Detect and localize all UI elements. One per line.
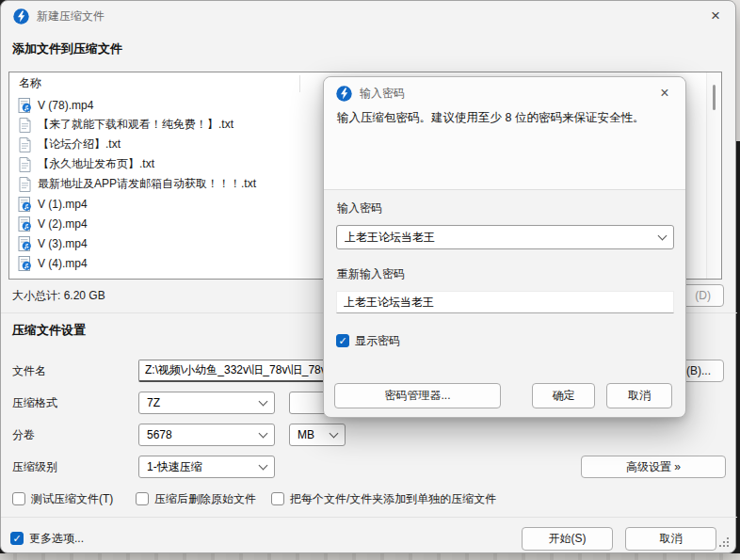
checkbox-more-options[interactable]: 更多选项... bbox=[10, 531, 84, 546]
resize-grip[interactable] bbox=[719, 537, 730, 548]
file-name: V (1).mp4 bbox=[38, 198, 88, 211]
titlebar: 新建压缩文件 × bbox=[1, 1, 735, 31]
checkbox-icon bbox=[12, 492, 25, 505]
advanced-settings-button[interactable]: 高级设置 » bbox=[581, 456, 726, 478]
checkbox-icon bbox=[136, 492, 149, 505]
volume-label: 分卷 bbox=[12, 424, 35, 446]
text-file-icon bbox=[18, 118, 32, 133]
checkbox-label: 显示密码 bbox=[355, 333, 400, 349]
checkbox-show-password[interactable]: 显示密码 bbox=[336, 333, 400, 348]
filename-label: 文件名 bbox=[12, 360, 46, 382]
level-combo[interactable]: 1-快速压缩 bbox=[138, 456, 275, 478]
checkbox-icon bbox=[271, 492, 284, 505]
text-file-icon bbox=[18, 157, 32, 172]
file-name: 【来了就能下载和观看！纯免费！】.txt bbox=[38, 117, 233, 133]
dialog-body-text: 输入压缩包密码。建议使用至少 8 位的密码来保证安全性。 bbox=[337, 109, 668, 126]
file-name: 【论坛介绍】.txt bbox=[38, 136, 121, 152]
chevron-down-icon bbox=[330, 428, 339, 438]
file-name: 最新地址及APP请发邮箱自动获取！！！.txt bbox=[38, 176, 256, 192]
checkbox-delete-after[interactable]: 压缩后删除原始文件 bbox=[136, 491, 256, 506]
cancel-button[interactable]: 取消 bbox=[625, 527, 716, 551]
file-name: 【永久地址发布页】.txt bbox=[38, 156, 154, 172]
chevron-down-icon bbox=[259, 460, 268, 470]
level-row: 压缩级别 1-快速压缩 高级设置 » bbox=[1, 456, 737, 478]
file-name: V (2).mp4 bbox=[38, 217, 88, 231]
chevron-down-icon bbox=[658, 231, 668, 240]
password-manager-button[interactable]: 密码管理器... bbox=[334, 383, 501, 408]
checkbox-checked-icon bbox=[10, 532, 24, 545]
media-file-icon bbox=[18, 216, 32, 232]
bandizip-logo-icon bbox=[336, 86, 352, 102]
media-file-icon bbox=[18, 98, 32, 113]
volume-size-combo[interactable]: 5678 bbox=[138, 424, 275, 446]
format-label: 压缩格式 bbox=[12, 392, 57, 414]
volume-unit-value: MB bbox=[298, 428, 330, 441]
bandizip-logo-icon bbox=[13, 8, 29, 24]
desktop-sliver-bottom bbox=[0, 553, 740, 560]
password-value: 上老王论坛当老王 bbox=[345, 230, 659, 246]
total-size-label: 大小总计: 6.20 GB bbox=[12, 288, 105, 304]
checkbox-label: 更多选项... bbox=[29, 531, 84, 547]
password-combo[interactable]: 上老王论坛当老王 bbox=[336, 225, 674, 249]
checkbox-label: 把每个文件/文件夹添加到单独的压缩文件 bbox=[290, 491, 496, 507]
password-label: 输入密码 bbox=[337, 200, 382, 216]
format-combo[interactable]: 7Z bbox=[138, 392, 275, 414]
section-add-files-header: 添加文件到压缩文件 bbox=[12, 40, 122, 57]
level-label: 压缩级别 bbox=[12, 456, 57, 478]
media-file-icon bbox=[18, 236, 32, 251]
dialog-close-icon[interactable]: × bbox=[651, 81, 679, 105]
media-file-icon bbox=[18, 197, 32, 212]
checkbox-test-archive[interactable]: 测试压缩文件(T) bbox=[12, 491, 113, 506]
volume-size-value: 5678 bbox=[147, 428, 260, 441]
new-archive-window: 新建压缩文件 × 添加文件到压缩文件 名称 V (78).mp4 【来了就能下载… bbox=[0, 0, 736, 553]
password-dialog: 输入密码 × 输入压缩包密码。建议使用至少 8 位的密码来保证安全性。 输入密码… bbox=[323, 76, 686, 418]
section-settings-header: 压缩文件设置 bbox=[12, 322, 86, 339]
volume-unit-combo[interactable]: MB bbox=[289, 424, 346, 446]
chevron-down-icon bbox=[259, 428, 268, 438]
format-value: 7Z bbox=[147, 396, 260, 409]
column-divider bbox=[299, 75, 300, 92]
close-icon[interactable]: × bbox=[700, 4, 731, 28]
dialog-cancel-button[interactable]: 取消 bbox=[606, 383, 672, 408]
confirm-password-input[interactable] bbox=[336, 291, 674, 313]
list-scrollbar[interactable] bbox=[706, 72, 721, 279]
dialog-title: 输入密码 bbox=[360, 77, 405, 109]
ok-button[interactable]: 确定 bbox=[532, 383, 595, 408]
scrollbar-thumb[interactable] bbox=[713, 85, 716, 110]
level-value: 1-快速压缩 bbox=[147, 459, 260, 475]
volume-row: 分卷 5678 MB bbox=[1, 424, 737, 446]
footer-divider bbox=[1, 517, 737, 518]
file-name: V (4).mp4 bbox=[38, 257, 88, 270]
checkbox-checked-icon bbox=[336, 334, 349, 347]
window-title: 新建压缩文件 bbox=[37, 1, 105, 31]
chevron-down-icon bbox=[259, 396, 268, 406]
checkbox-separate-archives[interactable]: 把每个文件/文件夹添加到单独的压缩文件 bbox=[271, 491, 496, 506]
text-file-icon bbox=[18, 177, 32, 192]
file-name: V (78).mp4 bbox=[38, 99, 93, 112]
start-button[interactable]: 开始(S) bbox=[522, 527, 613, 551]
text-file-icon bbox=[18, 137, 32, 152]
checkbox-label: 测试压缩文件(T) bbox=[31, 491, 113, 507]
media-file-icon bbox=[18, 256, 32, 271]
checkbox-label: 压缩后删除原始文件 bbox=[154, 491, 256, 507]
confirm-password-label: 重新输入密码 bbox=[337, 266, 405, 282]
file-name: V (3).mp4 bbox=[38, 237, 88, 250]
